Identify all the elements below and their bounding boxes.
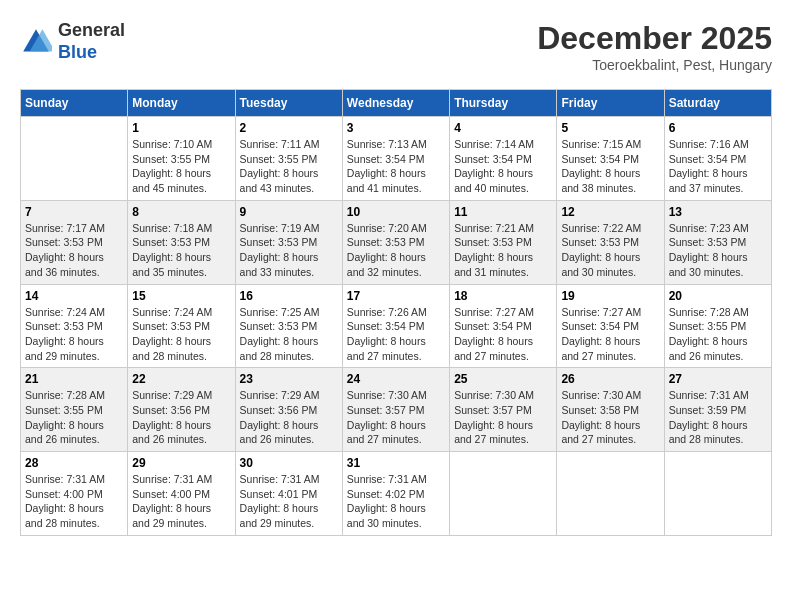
day-info: Sunrise: 7:22 AM Sunset: 3:53 PM Dayligh… <box>561 221 659 280</box>
day-number: 12 <box>561 205 659 219</box>
day-cell: 16Sunrise: 7:25 AM Sunset: 3:53 PM Dayli… <box>235 284 342 368</box>
day-cell: 31Sunrise: 7:31 AM Sunset: 4:02 PM Dayli… <box>342 452 449 536</box>
day-cell: 7Sunrise: 7:17 AM Sunset: 3:53 PM Daylig… <box>21 200 128 284</box>
empty-day-cell <box>21 117 128 201</box>
day-cell: 11Sunrise: 7:21 AM Sunset: 3:53 PM Dayli… <box>450 200 557 284</box>
day-info: Sunrise: 7:30 AM Sunset: 3:58 PM Dayligh… <box>561 388 659 447</box>
day-number: 26 <box>561 372 659 386</box>
day-number: 18 <box>454 289 552 303</box>
day-cell: 20Sunrise: 7:28 AM Sunset: 3:55 PM Dayli… <box>664 284 771 368</box>
day-cell: 30Sunrise: 7:31 AM Sunset: 4:01 PM Dayli… <box>235 452 342 536</box>
day-cell: 12Sunrise: 7:22 AM Sunset: 3:53 PM Dayli… <box>557 200 664 284</box>
day-cell: 13Sunrise: 7:23 AM Sunset: 3:53 PM Dayli… <box>664 200 771 284</box>
day-cell: 19Sunrise: 7:27 AM Sunset: 3:54 PM Dayli… <box>557 284 664 368</box>
day-cell: 3Sunrise: 7:13 AM Sunset: 3:54 PM Daylig… <box>342 117 449 201</box>
day-number: 14 <box>25 289 123 303</box>
day-number: 27 <box>669 372 767 386</box>
day-info: Sunrise: 7:17 AM Sunset: 3:53 PM Dayligh… <box>25 221 123 280</box>
empty-day-cell <box>557 452 664 536</box>
day-info: Sunrise: 7:29 AM Sunset: 3:56 PM Dayligh… <box>132 388 230 447</box>
day-info: Sunrise: 7:13 AM Sunset: 3:54 PM Dayligh… <box>347 137 445 196</box>
day-number: 8 <box>132 205 230 219</box>
calendar-week-row: 1Sunrise: 7:10 AM Sunset: 3:55 PM Daylig… <box>21 117 772 201</box>
day-number: 22 <box>132 372 230 386</box>
day-header-friday: Friday <box>557 90 664 117</box>
day-number: 9 <box>240 205 338 219</box>
day-info: Sunrise: 7:31 AM Sunset: 4:01 PM Dayligh… <box>240 472 338 531</box>
day-cell: 4Sunrise: 7:14 AM Sunset: 3:54 PM Daylig… <box>450 117 557 201</box>
day-cell: 29Sunrise: 7:31 AM Sunset: 4:00 PM Dayli… <box>128 452 235 536</box>
day-info: Sunrise: 7:31 AM Sunset: 3:59 PM Dayligh… <box>669 388 767 447</box>
month-title: December 2025 <box>537 20 772 57</box>
day-info: Sunrise: 7:29 AM Sunset: 3:56 PM Dayligh… <box>240 388 338 447</box>
day-header-wednesday: Wednesday <box>342 90 449 117</box>
empty-day-cell <box>664 452 771 536</box>
day-info: Sunrise: 7:21 AM Sunset: 3:53 PM Dayligh… <box>454 221 552 280</box>
day-header-saturday: Saturday <box>664 90 771 117</box>
day-number: 6 <box>669 121 767 135</box>
day-info: Sunrise: 7:25 AM Sunset: 3:53 PM Dayligh… <box>240 305 338 364</box>
day-cell: 22Sunrise: 7:29 AM Sunset: 3:56 PM Dayli… <box>128 368 235 452</box>
day-cell: 1Sunrise: 7:10 AM Sunset: 3:55 PM Daylig… <box>128 117 235 201</box>
day-number: 20 <box>669 289 767 303</box>
day-info: Sunrise: 7:23 AM Sunset: 3:53 PM Dayligh… <box>669 221 767 280</box>
day-number: 24 <box>347 372 445 386</box>
day-info: Sunrise: 7:31 AM Sunset: 4:00 PM Dayligh… <box>132 472 230 531</box>
day-cell: 25Sunrise: 7:30 AM Sunset: 3:57 PM Dayli… <box>450 368 557 452</box>
day-number: 13 <box>669 205 767 219</box>
title-block: December 2025 Toeroekbalint, Pest, Hunga… <box>537 20 772 73</box>
day-number: 31 <box>347 456 445 470</box>
day-number: 28 <box>25 456 123 470</box>
day-header-sunday: Sunday <box>21 90 128 117</box>
logo: General Blue <box>20 20 125 63</box>
day-info: Sunrise: 7:18 AM Sunset: 3:53 PM Dayligh… <box>132 221 230 280</box>
day-info: Sunrise: 7:27 AM Sunset: 3:54 PM Dayligh… <box>454 305 552 364</box>
day-info: Sunrise: 7:27 AM Sunset: 3:54 PM Dayligh… <box>561 305 659 364</box>
day-cell: 28Sunrise: 7:31 AM Sunset: 4:00 PM Dayli… <box>21 452 128 536</box>
day-cell: 5Sunrise: 7:15 AM Sunset: 3:54 PM Daylig… <box>557 117 664 201</box>
page-header: General Blue December 2025 Toeroekbalint… <box>20 20 772 73</box>
day-number: 11 <box>454 205 552 219</box>
calendar-header-row: SundayMondayTuesdayWednesdayThursdayFrid… <box>21 90 772 117</box>
day-info: Sunrise: 7:31 AM Sunset: 4:00 PM Dayligh… <box>25 472 123 531</box>
day-info: Sunrise: 7:30 AM Sunset: 3:57 PM Dayligh… <box>454 388 552 447</box>
calendar-week-row: 14Sunrise: 7:24 AM Sunset: 3:53 PM Dayli… <box>21 284 772 368</box>
day-info: Sunrise: 7:10 AM Sunset: 3:55 PM Dayligh… <box>132 137 230 196</box>
day-cell: 2Sunrise: 7:11 AM Sunset: 3:55 PM Daylig… <box>235 117 342 201</box>
day-info: Sunrise: 7:14 AM Sunset: 3:54 PM Dayligh… <box>454 137 552 196</box>
day-info: Sunrise: 7:19 AM Sunset: 3:53 PM Dayligh… <box>240 221 338 280</box>
day-cell: 18Sunrise: 7:27 AM Sunset: 3:54 PM Dayli… <box>450 284 557 368</box>
day-number: 19 <box>561 289 659 303</box>
calendar-week-row: 21Sunrise: 7:28 AM Sunset: 3:55 PM Dayli… <box>21 368 772 452</box>
day-number: 17 <box>347 289 445 303</box>
day-cell: 14Sunrise: 7:24 AM Sunset: 3:53 PM Dayli… <box>21 284 128 368</box>
day-cell: 27Sunrise: 7:31 AM Sunset: 3:59 PM Dayli… <box>664 368 771 452</box>
day-cell: 15Sunrise: 7:24 AM Sunset: 3:53 PM Dayli… <box>128 284 235 368</box>
day-number: 4 <box>454 121 552 135</box>
day-info: Sunrise: 7:16 AM Sunset: 3:54 PM Dayligh… <box>669 137 767 196</box>
empty-day-cell <box>450 452 557 536</box>
location-subtitle: Toeroekbalint, Pest, Hungary <box>537 57 772 73</box>
day-number: 7 <box>25 205 123 219</box>
day-number: 29 <box>132 456 230 470</box>
day-cell: 9Sunrise: 7:19 AM Sunset: 3:53 PM Daylig… <box>235 200 342 284</box>
day-info: Sunrise: 7:20 AM Sunset: 3:53 PM Dayligh… <box>347 221 445 280</box>
day-info: Sunrise: 7:26 AM Sunset: 3:54 PM Dayligh… <box>347 305 445 364</box>
day-info: Sunrise: 7:11 AM Sunset: 3:55 PM Dayligh… <box>240 137 338 196</box>
day-cell: 21Sunrise: 7:28 AM Sunset: 3:55 PM Dayli… <box>21 368 128 452</box>
day-number: 30 <box>240 456 338 470</box>
day-cell: 8Sunrise: 7:18 AM Sunset: 3:53 PM Daylig… <box>128 200 235 284</box>
day-number: 16 <box>240 289 338 303</box>
logo-blue-text: Blue <box>58 42 97 62</box>
day-header-monday: Monday <box>128 90 235 117</box>
day-header-thursday: Thursday <box>450 90 557 117</box>
day-cell: 10Sunrise: 7:20 AM Sunset: 3:53 PM Dayli… <box>342 200 449 284</box>
day-number: 23 <box>240 372 338 386</box>
day-cell: 23Sunrise: 7:29 AM Sunset: 3:56 PM Dayli… <box>235 368 342 452</box>
day-cell: 24Sunrise: 7:30 AM Sunset: 3:57 PM Dayli… <box>342 368 449 452</box>
calendar-table: SundayMondayTuesdayWednesdayThursdayFrid… <box>20 89 772 536</box>
day-number: 2 <box>240 121 338 135</box>
day-cell: 17Sunrise: 7:26 AM Sunset: 3:54 PM Dayli… <box>342 284 449 368</box>
calendar-week-row: 7Sunrise: 7:17 AM Sunset: 3:53 PM Daylig… <box>21 200 772 284</box>
day-number: 10 <box>347 205 445 219</box>
